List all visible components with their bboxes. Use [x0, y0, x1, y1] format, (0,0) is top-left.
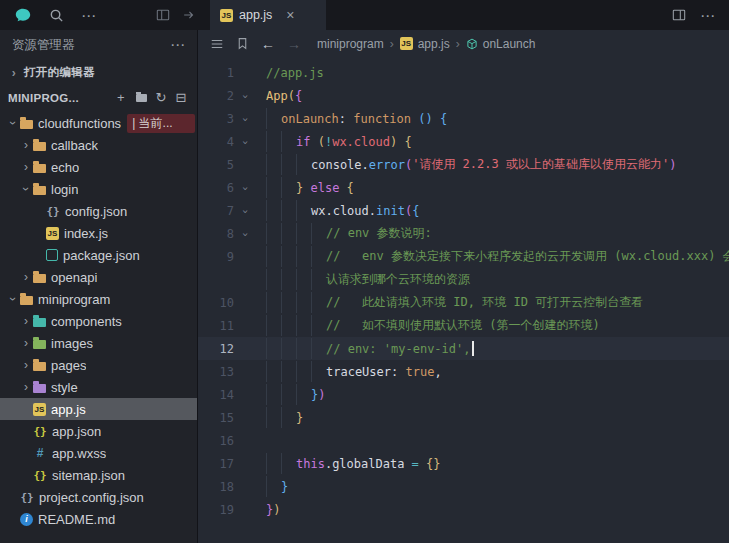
tree-item-openapi[interactable]: ›openapi — [0, 266, 197, 288]
new-file-icon[interactable]: + — [113, 90, 129, 105]
token: error — [369, 158, 405, 172]
code-line[interactable]: 9// env 参数决定接下来小程序发起的云开发调用 (wx.cloud.xxx… — [198, 245, 729, 268]
explorer-more-icon[interactable]: ⋯ — [170, 36, 185, 54]
code-line[interactable]: 2›App({ — [198, 84, 729, 107]
editor-group-icons — [156, 0, 196, 30]
indent-guide — [266, 200, 281, 221]
tree-item-sitemap-json[interactable]: {}sitemap.json — [0, 464, 197, 486]
tree-item-miniprogram[interactable]: ›miniprogram — [0, 288, 197, 310]
code-line[interactable]: 7›wx.cloud.init({ — [198, 199, 729, 222]
indent-guide — [311, 338, 326, 359]
line-number: 6 — [198, 181, 236, 195]
readme-info-icon: i — [20, 513, 33, 526]
tree-item-pages[interactable]: ›pages — [0, 354, 197, 376]
indent-guide — [296, 246, 311, 267]
fold-toggle-icon[interactable]: › — [236, 112, 254, 126]
token: wx.cloud — [332, 135, 390, 149]
code-line[interactable]: 15} — [198, 406, 729, 429]
token: .globalData — [325, 457, 412, 471]
code-text: //app.js — [254, 66, 324, 80]
open-editors-list-icon[interactable] — [210, 37, 224, 51]
indent-guide — [266, 384, 281, 405]
fold-toggle-icon[interactable]: › — [236, 181, 254, 195]
token: traceUser — [326, 365, 391, 379]
search-icon[interactable] — [49, 8, 64, 23]
token: { — [404, 135, 411, 149]
code-line[interactable]: 1//app.js — [198, 61, 729, 84]
indent-guide — [311, 269, 326, 290]
code-line[interactable]: 14}) — [198, 383, 729, 406]
line-number: 19 — [198, 503, 236, 517]
tree-item-app-wxss[interactable]: #app.wxss — [0, 442, 197, 464]
open-editors-section[interactable]: › 打开的编辑器 — [0, 60, 197, 85]
code-line[interactable]: 6›} else { — [198, 176, 729, 199]
fold-toggle-icon[interactable]: › — [236, 135, 254, 149]
code-line[interactable]: 5console.error('请使用 2.2.3 或以上的基础库以使用云能力'… — [198, 153, 729, 176]
tree-item-images[interactable]: ›images — [0, 332, 197, 354]
tree-item-package-json[interactable]: package.json — [0, 244, 197, 266]
js-file-icon: JS — [33, 403, 46, 416]
fold-toggle-icon[interactable]: › — [236, 227, 254, 241]
goto-arrow-icon[interactable] — [182, 8, 196, 22]
code-line[interactable]: 3›onLaunch: function () { — [198, 107, 729, 130]
tree-item-login[interactable]: ›login — [0, 178, 197, 200]
editor-layout-icon[interactable] — [156, 8, 170, 22]
bookmark-icon[interactable] — [236, 37, 249, 50]
refresh-icon[interactable]: ↻ — [153, 90, 169, 105]
token: onLaunch — [281, 112, 339, 126]
token: this — [296, 457, 325, 471]
token: '请使用 2.2.3 或以上的基础库以使用云能力' — [412, 156, 669, 173]
tree-item-echo[interactable]: ›echo — [0, 156, 197, 178]
explorer-sidebar: 资源管理器 ⋯ › 打开的编辑器 MINIPROG... + ↻ ⊟ ›clou… — [0, 30, 198, 543]
workspace-label: MINIPROG... — [8, 92, 109, 104]
titlebar-left-icons: ⋯ — [0, 0, 110, 30]
breadcrumb-item-app-js[interactable]: JSapp.js — [400, 37, 450, 51]
code-line[interactable]: 4›if (!wx.cloud) { — [198, 130, 729, 153]
indent-guide — [311, 361, 326, 382]
code-line[interactable]: 认请求到哪个云环境的资源 — [198, 268, 729, 291]
collapse-all-icon[interactable]: ⊟ — [173, 90, 189, 105]
code-line[interactable]: 11// 如不填则使用默认环境 (第一个创建的环境) — [198, 314, 729, 337]
tab-close-icon[interactable]: × — [286, 7, 294, 23]
token: : — [391, 365, 405, 379]
fold-toggle-icon[interactable]: › — [236, 204, 254, 218]
code-line[interactable]: 12// env: 'my-env-id', — [198, 337, 729, 360]
nav-back-icon[interactable]: ← — [261, 36, 275, 52]
breadcrumb-item-miniprogram[interactable]: miniprogram — [317, 37, 384, 51]
tree-item-cloudfunctions[interactable]: ›cloudfunctions| 当前... — [0, 112, 197, 134]
tree-item-config-json[interactable]: {}config.json — [0, 200, 197, 222]
tree-item-app-json[interactable]: {}app.json — [0, 420, 197, 442]
token: ( — [288, 89, 295, 103]
breadcrumb-item-onlaunch[interactable]: onLaunch — [466, 37, 536, 51]
code-line[interactable]: 10// 此处请填入环境 ID, 环境 ID 可打开云控制台查看 — [198, 291, 729, 314]
code-line[interactable]: 16 — [198, 429, 729, 452]
tree-item-app-js[interactable]: JSapp.js — [0, 398, 197, 420]
workspace-section[interactable]: MINIPROG... + ↻ ⊟ — [0, 85, 197, 110]
code-area[interactable]: 1//app.js2›App({3›onLaunch: function () … — [198, 57, 729, 543]
code-line[interactable]: 8›// env 参数说明: — [198, 222, 729, 245]
new-folder-icon[interactable] — [133, 94, 149, 102]
indent-guide — [281, 384, 296, 405]
tree-item-callback[interactable]: ›callback — [0, 134, 197, 156]
nav-forward-icon[interactable]: → — [287, 36, 301, 52]
tree-item-project-config-json[interactable]: {}project.config.json — [0, 486, 197, 508]
indent-guide — [296, 292, 311, 313]
tree-item-readme-md[interactable]: iREADME.md — [0, 508, 197, 530]
code-line[interactable]: 18} — [198, 475, 729, 498]
indent-guide — [281, 177, 296, 198]
tree-item-components[interactable]: ›components — [0, 310, 197, 332]
code-line[interactable]: 17this.globalData = {} — [198, 452, 729, 475]
fold-toggle-icon[interactable]: › — [236, 89, 254, 103]
line-number: 2 — [198, 89, 236, 103]
code-line[interactable]: 19}) — [198, 498, 729, 521]
code-line[interactable]: 13traceUser: true, — [198, 360, 729, 383]
line-number: 1 — [198, 66, 236, 80]
tab-app-js[interactable]: JS app.js × — [210, 0, 326, 30]
titlebar-right-more-icon[interactable]: ⋯ — [700, 8, 715, 23]
token: { — [347, 181, 354, 195]
split-editor-icon[interactable] — [672, 8, 686, 22]
tree-item-style[interactable]: ›style — [0, 376, 197, 398]
wechat-devtools-logo-icon[interactable] — [14, 6, 32, 24]
titlebar-more-icon[interactable]: ⋯ — [81, 8, 96, 23]
tree-item-index-js[interactable]: JSindex.js — [0, 222, 197, 244]
